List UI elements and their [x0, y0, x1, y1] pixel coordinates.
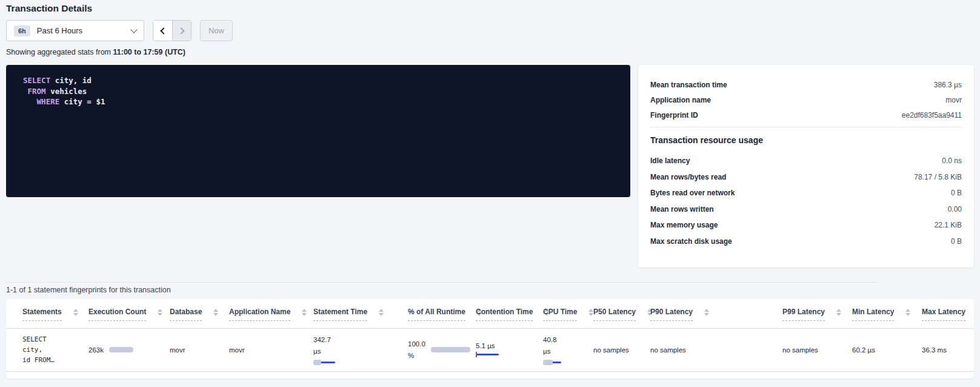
time-range-badge: 6h — [14, 25, 30, 36]
stat-label: Mean rows/bytes read — [650, 173, 726, 181]
time-controls: 6h Past 6 Hours Now — [6, 20, 233, 41]
stat-value: movr — [945, 96, 962, 104]
cpu-time-value: 40.8 — [543, 334, 575, 346]
statement-time-bar-chart — [313, 360, 339, 365]
pct-runtime-value: 100.0 — [408, 338, 425, 350]
stat-value: 0 B — [951, 189, 962, 197]
bar-mean-blob — [543, 360, 553, 365]
now-button[interactable]: Now — [200, 20, 233, 41]
column-header-pct-runtime[interactable]: % of All Runtime — [392, 299, 459, 328]
column-header-label: Max Latency — [922, 308, 965, 321]
previous-window-button[interactable] — [153, 21, 172, 41]
column-header-label: Min Latency — [852, 308, 894, 321]
page-title: Transaction Details — [6, 3, 92, 14]
cell-application-name: movr — [213, 328, 297, 371]
statement-link[interactable]: SELECT city, id FROM… — [22, 334, 70, 365]
column-header-label: Contention Time — [476, 308, 533, 321]
stat-value: ee2df683f5aa9411 — [902, 111, 962, 119]
stat-value: 0 B — [951, 237, 962, 246]
stat-row-idle-latency: Idle latency 0.0 ns — [650, 153, 962, 169]
sort-icon — [836, 309, 841, 316]
stat-label: Max memory usage — [650, 221, 718, 229]
time-window-nav — [153, 20, 192, 41]
stat-value: 0.00 — [948, 205, 962, 214]
sql-text: city = $1 — [59, 97, 105, 106]
stat-label: Mean rows written — [650, 205, 714, 214]
contention-time-value: 5.1 µs — [476, 342, 524, 349]
column-header-label: Statements — [22, 308, 62, 321]
cell-database: movr — [153, 328, 213, 371]
column-header-p99-latency[interactable]: P99 Latency — [766, 299, 836, 328]
transaction-overview-card: Mean transaction time 386.3 µs Applicati… — [638, 65, 974, 268]
stat-row-mean-transaction-time: Mean transaction time 386.3 µs — [650, 77, 962, 92]
bar-line — [476, 354, 499, 355]
stat-row-bytes-read-over-network: Bytes read over network 0 B — [650, 185, 962, 201]
resource-usage-title: Transaction resource usage — [650, 135, 962, 145]
stat-value: 22.1 KiB — [935, 221, 962, 229]
column-header-execution-count[interactable]: Execution Count — [72, 299, 153, 328]
cpu-time-bar-chart — [543, 360, 568, 365]
stat-row-application-name: Application name movr — [650, 92, 962, 107]
sort-icon — [213, 309, 218, 316]
stat-value: 386.3 µs — [934, 81, 962, 89]
column-header-label: P99 Latency — [782, 308, 825, 321]
cell-statement: SELECT city, id FROM… — [6, 328, 72, 371]
column-header-label: CPU Time — [543, 308, 577, 321]
cell-max-latency: 36.3 ms — [905, 328, 974, 371]
stat-label: Mean transaction time — [650, 81, 727, 89]
stat-row-mean-rows-bytes-read: Mean rows/bytes read 78.17 / 5.8 KiB — [650, 169, 962, 186]
sql-query-box: SELECT city, id FROM vehicles WHERE city… — [6, 65, 630, 197]
column-header-application-name[interactable]: Application Name — [213, 299, 297, 328]
sort-icon — [302, 309, 307, 316]
cell-execution-count: 263k — [72, 328, 153, 371]
sql-query-text: SELECT city, id FROM vehicles WHERE city… — [23, 75, 613, 107]
statements-table-card: Statements Execution Count Database Appl… — [6, 299, 974, 379]
stat-label: Fingerprint ID — [650, 111, 698, 119]
aggregated-stats-timerange: 11:00 to 17:59 (UTC) — [113, 48, 185, 56]
chevron-down-icon — [130, 26, 137, 33]
stat-row-fingerprint-id: Fingerprint ID ee2df683f5aa9411 — [650, 107, 962, 123]
bar-mean-blob — [313, 360, 321, 365]
column-header-label: Execution Count — [88, 308, 146, 321]
contention-time-bar-chart — [476, 352, 501, 357]
cell-pct-runtime: 100.0 % — [392, 328, 459, 371]
column-header-statements[interactable]: Statements — [6, 299, 72, 328]
cell-statement-time: 342.7 µs — [297, 328, 392, 371]
cell-p99-latency: no samples — [766, 328, 836, 371]
sql-indent — [23, 97, 37, 106]
sort-icon — [379, 309, 384, 316]
pct-runtime-unit: % — [408, 350, 425, 362]
sql-text: vehicles — [46, 87, 87, 96]
stat-row-max-memory-usage: Max memory usage 22.1 KiB — [650, 217, 962, 234]
sort-icon — [905, 309, 910, 316]
column-header-p90-latency[interactable]: P90 Latency — [634, 299, 766, 328]
next-window-button[interactable] — [172, 21, 191, 41]
cell-p90-latency: no samples — [634, 328, 766, 371]
cell-cpu-time: 40.8 µs — [527, 328, 577, 371]
aggregated-stats-caption: Showing aggregated stats from 11:00 to 1… — [6, 48, 185, 56]
stat-row-max-scratch-disk-usage: Max scratch disk usage 0 B — [650, 234, 962, 250]
pct-runtime-bar — [431, 347, 470, 352]
sql-keyword: SELECT — [23, 76, 50, 85]
sort-icon — [704, 309, 709, 316]
execution-count-value: 263k — [88, 346, 104, 354]
statements-table: Statements Execution Count Database Appl… — [6, 299, 974, 372]
column-header-label: Database — [170, 308, 202, 321]
sort-icon — [158, 309, 162, 316]
column-header-min-latency[interactable]: Min Latency — [836, 299, 905, 328]
column-header-label: P90 Latency — [650, 308, 693, 321]
column-header-statement-time[interactable]: Statement Time — [297, 299, 392, 328]
stat-label: Max scratch disk usage — [650, 237, 732, 246]
sql-keyword: FROM — [28, 87, 46, 96]
stat-value: 0.0 ns — [942, 156, 962, 165]
stat-label: Application name — [650, 96, 711, 104]
column-header-label: Statement Time — [313, 308, 367, 321]
stat-label: Idle latency — [650, 156, 690, 165]
column-header-max-latency[interactable]: Max Latency — [905, 299, 974, 328]
transaction-details-page: { "header": { "title": "Transaction Deta… — [0, 0, 980, 387]
column-header-label: P50 Latency — [593, 308, 636, 321]
sql-text: city, id — [50, 76, 92, 85]
time-range-select[interactable]: 6h Past 6 Hours — [6, 20, 144, 41]
statement-text-line: id FROM… — [22, 355, 70, 365]
column-header-label: Application Name — [229, 308, 290, 321]
